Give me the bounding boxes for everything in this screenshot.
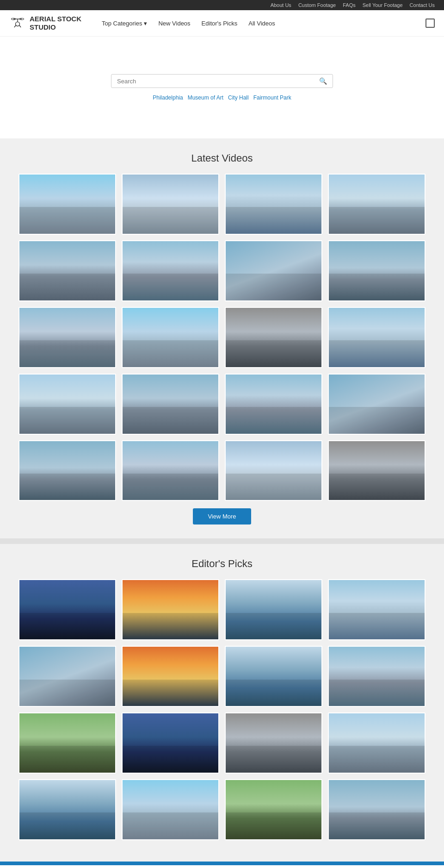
top-link-custom[interactable]: Custom Footage xyxy=(298,2,336,8)
video-thumb[interactable] xyxy=(122,712,219,774)
cart-icon[interactable] xyxy=(426,19,435,28)
search-tag-cityhall[interactable]: City Hall xyxy=(228,94,249,101)
main-nav: Top Categories ▾ New Videos Editor's Pic… xyxy=(102,20,426,27)
search-tag-museum[interactable]: Museum of Art xyxy=(188,94,223,101)
video-thumb[interactable] xyxy=(225,779,322,840)
video-thumb[interactable] xyxy=(328,374,426,435)
editors-picks-section: Editor's Picks xyxy=(0,544,444,862)
nav-item-all-videos[interactable]: All Videos xyxy=(248,20,275,27)
hero-section: 🔍 Philadelphia Museum of Art City Hall F… xyxy=(0,37,444,138)
video-thumb[interactable] xyxy=(122,240,219,301)
video-thumb[interactable] xyxy=(328,646,426,707)
latest-videos-section: Latest Videos View More xyxy=(0,138,444,538)
latest-videos-grid xyxy=(18,174,426,501)
svg-line-7 xyxy=(19,25,21,28)
video-thumb[interactable] xyxy=(122,174,219,235)
search-tags: Philadelphia Museum of Art City Hall Fai… xyxy=(153,94,291,101)
video-thumb[interactable] xyxy=(122,307,219,368)
video-thumb[interactable] xyxy=(122,374,219,435)
video-thumb[interactable] xyxy=(18,374,116,435)
video-thumb[interactable] xyxy=(18,307,116,368)
video-thumb[interactable] xyxy=(18,712,116,774)
video-thumb[interactable] xyxy=(328,712,426,774)
nav-item-new-videos[interactable]: New Videos xyxy=(158,20,190,27)
video-thumb[interactable] xyxy=(328,779,426,840)
video-thumb[interactable] xyxy=(18,174,116,235)
video-thumb[interactable] xyxy=(225,174,322,235)
header: AERIAL STOCK STUDIO Top Categories ▾ New… xyxy=(0,10,444,37)
video-thumb[interactable] xyxy=(225,307,322,368)
logo[interactable]: AERIAL STOCK STUDIO xyxy=(9,15,102,31)
video-thumb[interactable] xyxy=(18,240,116,301)
latest-videos-title: Latest Videos xyxy=(18,152,426,164)
bottom-bar xyxy=(0,862,444,865)
video-thumb[interactable] xyxy=(18,779,116,840)
drone-icon xyxy=(9,15,26,31)
top-link-faqs[interactable]: FAQs xyxy=(343,2,356,8)
search-bar: 🔍 xyxy=(111,74,333,88)
video-thumb[interactable] xyxy=(18,646,116,707)
header-right xyxy=(426,19,435,28)
svg-line-6 xyxy=(14,25,16,28)
top-link-about[interactable]: About Us xyxy=(271,2,291,8)
logo-text: AERIAL STOCK STUDIO xyxy=(30,15,81,31)
video-thumb[interactable] xyxy=(225,712,322,774)
top-bar: About Us Custom Footage FAQs Sell Your F… xyxy=(0,0,444,10)
search-tag-philadelphia[interactable]: Philadelphia xyxy=(153,94,183,101)
video-thumb[interactable] xyxy=(122,779,219,840)
video-thumb[interactable] xyxy=(225,374,322,435)
video-thumb[interactable] xyxy=(328,174,426,235)
video-thumb[interactable] xyxy=(225,440,322,501)
video-thumb[interactable] xyxy=(18,440,116,501)
editors-picks-title: Editor's Picks xyxy=(18,558,426,570)
video-thumb[interactable] xyxy=(328,579,426,640)
nav-item-categories[interactable]: Top Categories ▾ xyxy=(102,20,147,27)
video-thumb[interactable] xyxy=(328,307,426,368)
editors-picks-grid xyxy=(18,579,426,840)
video-thumb[interactable] xyxy=(122,646,219,707)
section-divider xyxy=(0,538,444,544)
view-more-button[interactable]: View More xyxy=(193,508,251,525)
search-tag-fairmount[interactable]: Fairmount Park xyxy=(253,94,291,101)
search-input[interactable] xyxy=(117,78,319,85)
dropdown-arrow-icon: ▾ xyxy=(144,20,147,27)
video-thumb[interactable] xyxy=(18,579,116,640)
video-thumb[interactable] xyxy=(122,579,219,640)
video-thumb[interactable] xyxy=(328,440,426,501)
video-thumb[interactable] xyxy=(225,240,322,301)
nav-item-editors-picks[interactable]: Editor's Picks xyxy=(202,20,238,27)
video-thumb[interactable] xyxy=(225,579,322,640)
video-thumb[interactable] xyxy=(225,646,322,707)
top-link-sell[interactable]: Sell Your Footage xyxy=(363,2,403,8)
video-thumb[interactable] xyxy=(328,240,426,301)
search-submit-button[interactable]: 🔍 xyxy=(319,77,327,85)
top-link-contact[interactable]: Contact Us xyxy=(410,2,435,8)
video-thumb[interactable] xyxy=(122,440,219,501)
